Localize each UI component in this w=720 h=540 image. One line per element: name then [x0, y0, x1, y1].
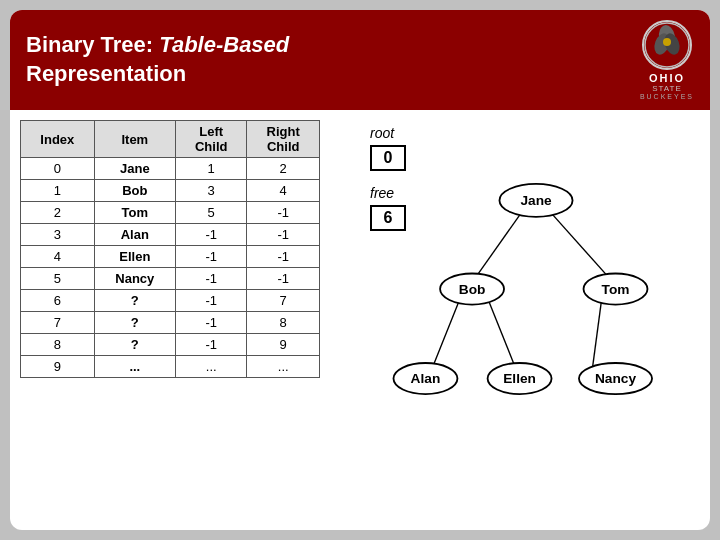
cell-4-0: 4	[21, 246, 95, 268]
table-row: 4Ellen-1-1	[21, 246, 320, 268]
svg-line-5	[474, 211, 522, 280]
table-row: 6?-17	[21, 290, 320, 312]
svg-line-9	[593, 298, 602, 367]
svg-line-6	[550, 211, 611, 280]
slide-title: Binary Tree: Table-Based Representation	[26, 31, 289, 88]
cell-1-2: 3	[175, 180, 246, 202]
cell-9-2: ...	[175, 356, 246, 378]
cell-2-1: Tom	[94, 202, 175, 224]
cell-0-3: 2	[247, 158, 320, 180]
cell-3-0: 3	[21, 224, 95, 246]
col-index: Index	[21, 121, 95, 158]
cell-4-1: Ellen	[94, 246, 175, 268]
cell-4-3: -1	[247, 246, 320, 268]
node-jane: Jane	[520, 193, 552, 208]
cell-3-3: -1	[247, 224, 320, 246]
cell-3-1: Alan	[94, 224, 175, 246]
cell-1-0: 1	[21, 180, 95, 202]
cell-9-3: ...	[247, 356, 320, 378]
table-row: 3Alan-1-1	[21, 224, 320, 246]
table-row: 2Tom5-1	[21, 202, 320, 224]
table-row: 8?-19	[21, 334, 320, 356]
table-row: 7?-18	[21, 312, 320, 334]
title-line2: Representation	[26, 61, 186, 86]
slide-content: Index Item LeftChild RightChild 0Jane121…	[10, 110, 710, 530]
table-header-row: Index Item LeftChild RightChild	[21, 121, 320, 158]
logo-block: OHIO STATE BUCKEYES	[640, 20, 694, 100]
tree-section: root 0 free 6 Jane Bo	[330, 120, 700, 522]
cell-0-2: 1	[175, 158, 246, 180]
cell-2-3: -1	[247, 202, 320, 224]
title-line1: Binary Tree: Table-Based	[26, 32, 289, 57]
node-ellen: Ellen	[503, 371, 536, 386]
tree-svg: Jane Bob Tom Alan Ellen Nancy	[330, 120, 700, 522]
svg-line-7	[433, 298, 460, 367]
table-body: 0Jane121Bob342Tom5-13Alan-1-14Ellen-1-15…	[21, 158, 320, 378]
slide-container: Binary Tree: Table-Based Representation …	[10, 10, 710, 530]
node-bob: Bob	[459, 282, 486, 297]
cell-9-1: ...	[94, 356, 175, 378]
logo-state: STATE	[640, 84, 694, 93]
cell-5-0: 5	[21, 268, 95, 290]
cell-8-0: 8	[21, 334, 95, 356]
cell-9-0: 9	[21, 356, 95, 378]
node-alan: Alan	[411, 371, 441, 386]
cell-3-2: -1	[175, 224, 246, 246]
cell-7-0: 7	[21, 312, 95, 334]
cell-6-2: -1	[175, 290, 246, 312]
cell-7-3: 8	[247, 312, 320, 334]
title-italic: Table-Based	[159, 32, 289, 57]
table-section: Index Item LeftChild RightChild 0Jane121…	[20, 120, 320, 522]
cell-1-1: Bob	[94, 180, 175, 202]
col-left-child: LeftChild	[175, 121, 246, 158]
cell-5-3: -1	[247, 268, 320, 290]
node-nancy: Nancy	[595, 371, 636, 386]
cell-6-0: 6	[21, 290, 95, 312]
cell-7-1: ?	[94, 312, 175, 334]
table-row: 9.........	[21, 356, 320, 378]
cell-4-2: -1	[175, 246, 246, 268]
logo-circle	[642, 20, 692, 70]
cell-6-1: ?	[94, 290, 175, 312]
slide-header: Binary Tree: Table-Based Representation …	[10, 10, 710, 110]
cell-0-0: 0	[21, 158, 95, 180]
cell-7-2: -1	[175, 312, 246, 334]
cell-5-1: Nancy	[94, 268, 175, 290]
cell-8-1: ?	[94, 334, 175, 356]
svg-line-8	[488, 298, 515, 367]
cell-1-3: 4	[247, 180, 320, 202]
logo-buckeyes: BUCKEYES	[640, 93, 694, 100]
col-right-child: RightChild	[247, 121, 320, 158]
cell-2-0: 2	[21, 202, 95, 224]
data-table: Index Item LeftChild RightChild 0Jane121…	[20, 120, 320, 378]
cell-0-1: Jane	[94, 158, 175, 180]
node-tom: Tom	[602, 282, 630, 297]
table-row: 1Bob34	[21, 180, 320, 202]
col-item: Item	[94, 121, 175, 158]
cell-5-2: -1	[175, 268, 246, 290]
table-row: 5Nancy-1-1	[21, 268, 320, 290]
svg-point-4	[663, 38, 671, 46]
cell-8-3: 9	[247, 334, 320, 356]
logo-ohio: OHIO	[640, 72, 694, 84]
table-row: 0Jane12	[21, 158, 320, 180]
cell-6-3: 7	[247, 290, 320, 312]
cell-8-2: -1	[175, 334, 246, 356]
cell-2-2: 5	[175, 202, 246, 224]
